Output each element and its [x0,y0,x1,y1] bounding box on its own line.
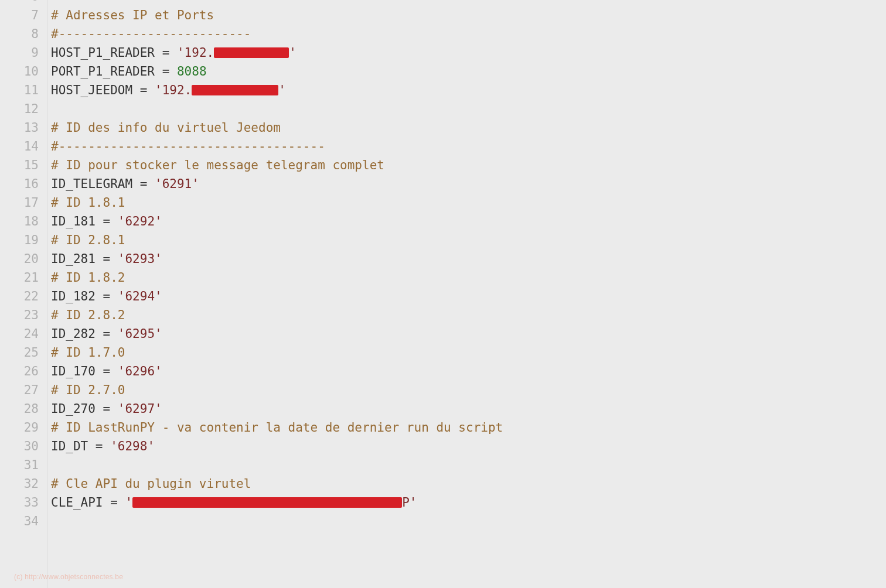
code-line[interactable] [51,512,886,531]
line-number: 33 [0,493,47,512]
token-op: = [162,64,170,78]
line-number: 19 [0,231,47,249]
token-ident [147,83,155,97]
code-line[interactable]: # ID 2.8.2 [51,306,886,324]
code-line[interactable]: ID_TELEGRAM = '6291' [51,175,886,193]
code-line[interactable]: ID_182 = '6294' [51,287,886,306]
token-ident [147,177,155,191]
token-op: = [103,289,111,303]
code-line[interactable]: # ID des info du virtuel Jeedom [51,118,886,137]
token-comment: #------------------------------------ [51,139,325,153]
token-ident: HOST_JEEDOM [51,83,140,97]
line-number: 34 [0,512,47,531]
token-string: ' [125,495,132,510]
token-string: '6297' [118,402,162,416]
code-line[interactable] [51,0,886,6]
token-ident [110,289,118,303]
code-line[interactable]: # ID 2.8.1 [51,231,886,249]
token-comment: # ID 1.8.1 [51,196,125,210]
code-line[interactable]: # ID 2.7.0 [51,381,886,399]
code-line[interactable]: ID_270 = '6297' [51,399,886,418]
line-number: 25 [0,343,47,362]
code-line[interactable]: ID_281 = '6293' [51,249,886,268]
code-line[interactable]: #-------------------------- [51,25,886,43]
code-line[interactable]: HOST_JEEDOM = '192.' [51,81,886,100]
line-number: 21 [0,268,47,287]
line-number: 6 [0,0,47,6]
token-ident: ID_181 [51,214,103,228]
line-number: 29 [0,418,47,437]
token-comment: # ID 2.8.2 [51,308,125,322]
code-line[interactable]: ID_282 = '6295' [51,324,886,343]
token-string: ' [278,83,286,97]
code-line[interactable]: # ID 1.8.1 [51,193,886,212]
token-string: '6291' [155,177,199,191]
line-number: 27 [0,381,47,399]
line-number: 23 [0,306,47,324]
token-ident: ID_182 [51,289,103,303]
token-op: = [103,327,111,341]
line-number: 13 [0,118,47,137]
line-number: 16 [0,175,47,193]
line-number: 15 [0,156,47,175]
token-ident: ID_270 [51,402,103,416]
token-op: = [103,252,111,266]
token-op: = [110,495,118,510]
code-area[interactable]: # Adresses IP et Ports#-----------------… [47,0,886,588]
code-line[interactable]: HOST_P1_READER = '192.' [51,43,886,62]
line-number: 22 [0,287,47,306]
token-ident [103,439,111,453]
token-string: '6292' [118,214,162,228]
token-comment: # ID 1.7.0 [51,346,125,360]
token-ident [110,327,118,341]
token-op: = [103,364,111,378]
code-editor: 6789101112131415161718192021222324252627… [0,0,886,588]
token-comment: # ID 2.8.1 [51,233,125,247]
code-line[interactable] [51,456,886,474]
token-comment: # ID pour stocker le message telegram co… [51,158,384,172]
token-ident: PORT_P1_READER [51,64,162,78]
code-line[interactable]: # Adresses IP et Ports [51,6,886,25]
token-comment: #-------------------------- [51,27,251,41]
code-line[interactable]: #------------------------------------ [51,137,886,156]
token-comment: # ID 1.8.2 [51,271,125,285]
code-line[interactable]: # ID 1.8.2 [51,268,886,287]
token-ident: CLE_API [51,495,110,510]
token-comment: # ID 2.7.0 [51,383,125,397]
line-number: 18 [0,212,47,231]
token-ident: ID_DT [51,439,96,453]
line-number: 7 [0,6,47,25]
token-string: ' [289,46,297,60]
token-ident: ID_281 [51,252,103,266]
token-ident: HOST_P1_READER [51,46,162,60]
line-number: 17 [0,193,47,212]
token-ident: ID_TELEGRAM [51,177,140,191]
code-line[interactable]: CLE_API = 'P' [51,493,886,512]
code-line[interactable]: # ID pour stocker le message telegram co… [51,156,886,175]
token-ident [110,402,118,416]
line-number: 8 [0,25,47,43]
token-ident: ID_282 [51,327,103,341]
token-op: = [103,214,111,228]
code-line[interactable] [51,100,886,118]
token-op: = [140,83,148,97]
token-string: '6298' [110,439,155,453]
line-number-gutter: 6789101112131415161718192021222324252627… [0,0,47,588]
code-line[interactable]: # ID LastRunPY - va contenir la date de … [51,418,886,437]
code-line[interactable]: PORT_P1_READER = 8088 [51,62,886,81]
line-number: 28 [0,399,47,418]
code-line[interactable]: ID_181 = '6292' [51,212,886,231]
code-line[interactable]: ID_170 = '6296' [51,362,886,381]
token-string: '6296' [118,364,162,378]
line-number: 20 [0,249,47,268]
code-line[interactable]: ID_DT = '6298' [51,437,886,456]
code-line[interactable]: # Cle API du plugin virutel [51,474,886,493]
code-line[interactable]: # ID 1.7.0 [51,343,886,362]
token-string: '6295' [118,327,162,341]
redaction-block [192,85,278,95]
token-string: P' [402,495,417,510]
redaction-block [132,497,402,508]
line-number: 26 [0,362,47,381]
token-string: '192. [177,46,214,60]
token-string: '6293' [118,252,162,266]
